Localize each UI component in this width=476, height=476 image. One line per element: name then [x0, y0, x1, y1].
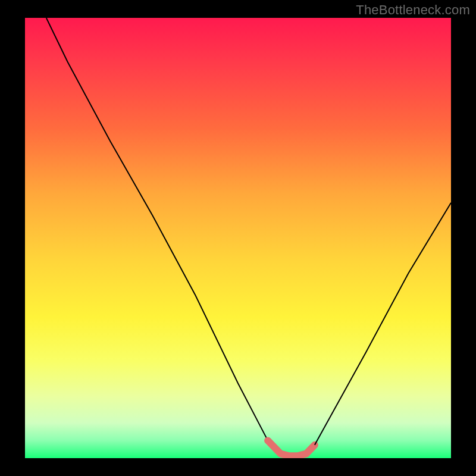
curve-valley-highlight: [268, 440, 315, 456]
attribution-label: TheBottleneck.com: [356, 2, 470, 18]
chart-frame: TheBottleneck.com: [0, 0, 476, 476]
plot-area: [25, 18, 451, 458]
curve-left-arm: [46, 18, 268, 440]
curve-right-arm: [315, 203, 451, 445]
bottleneck-curve: [25, 18, 451, 458]
